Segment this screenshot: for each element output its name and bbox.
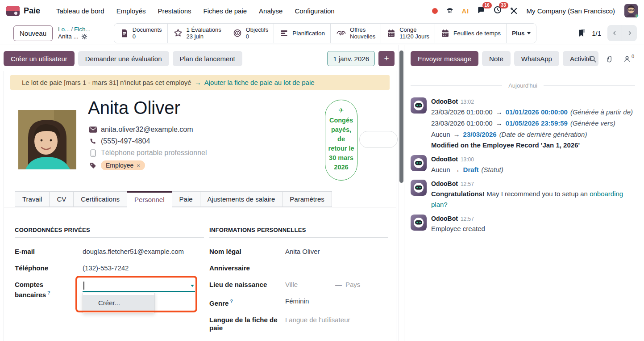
send-message-button[interactable]: Envoyer message — [411, 51, 478, 66]
message-body: Employee created — [431, 223, 635, 234]
private-phone-value[interactable]: (132)-553-7242 — [83, 264, 129, 272]
company-switcher[interactable]: My Company (San Francisco) — [527, 7, 615, 15]
odoobot-avatar[interactable] — [411, 155, 427, 171]
form-sheet: Le lot de paie [mars 1 - mars 31] n'incl… — [4, 71, 396, 341]
stat-planning[interactable]: Planification — [274, 24, 331, 43]
status-plane-icon: ✈ — [635, 13, 639, 19]
whatsapp-button[interactable]: WhatsApp — [514, 51, 559, 66]
remove-tag-icon[interactable]: × — [137, 162, 140, 169]
gear-icon[interactable] — [81, 34, 87, 40]
tools-icon[interactable] — [510, 7, 518, 15]
odoo-payroll-app: Paie Tableau de bord Employés Prestation… — [0, 0, 644, 341]
add-version-button[interactable]: + — [378, 51, 395, 66]
pager-next-button[interactable] — [622, 25, 637, 41]
voip-phone-icon[interactable] — [445, 6, 454, 15]
app-name[interactable]: Paie — [24, 6, 40, 16]
tab-cv[interactable]: CV — [49, 191, 73, 207]
message: OdooBot12:57 Congratulations! May I reco… — [411, 177, 635, 212]
help-icon[interactable]: ? — [47, 290, 50, 295]
employee-name[interactable]: Anita Oliver — [88, 98, 180, 118]
calendar-icon — [386, 29, 396, 38]
new-button[interactable]: Nouveau — [13, 25, 53, 41]
search-messages-icon[interactable] — [589, 55, 597, 63]
create-user-button[interactable]: Créer un utilisateur — [4, 51, 75, 66]
envelope-icon — [89, 126, 97, 133]
menu-benefits[interactable]: Prestations — [158, 7, 191, 15]
stat-timesheets[interactable]: Feuilles de temps — [435, 24, 507, 43]
tab-parametres[interactable]: Paramètres — [282, 191, 332, 207]
bookmark-icon[interactable] — [578, 29, 586, 38]
tab-ajustements[interactable]: Ajustements de salaire — [200, 191, 283, 207]
stat-offers[interactable]: OffresNouvelles — [331, 24, 381, 43]
version-date[interactable]: 1 janv. 2026 — [327, 51, 375, 66]
field-private-email: E-mail douglas.fletcher51@example.com — [15, 248, 204, 256]
mobile-icon — [89, 149, 97, 157]
handshake-icon — [336, 28, 346, 38]
pager-previous-button[interactable] — [607, 25, 622, 41]
menu-analysis[interactable]: Analyse — [259, 7, 283, 15]
ai-icon[interactable]: AI — [462, 7, 469, 15]
menu-employees[interactable]: Employés — [116, 7, 146, 15]
employee-tag[interactable]: Employee × — [101, 160, 145, 170]
work-phone-row[interactable]: (555)-497-4804 — [89, 137, 207, 145]
odoobot-avatar[interactable] — [411, 180, 427, 196]
tab-paie[interactable]: Paie — [172, 191, 200, 207]
message: OdooBot12:57 Employee created — [411, 212, 635, 236]
request-appraisal-button[interactable]: Demander une évaluation — [78, 51, 169, 66]
messages-tray[interactable]: 16 — [477, 5, 486, 16]
employee-photo[interactable] — [18, 110, 76, 169]
menu-dashboard[interactable]: Tableau de bord — [56, 7, 104, 15]
stat-timeoff[interactable]: Congé11/20 Jours — [381, 24, 435, 43]
breadcrumb-current: Anita ... — [58, 33, 79, 40]
section-private-contact: COORDONNÉES PRIVÉES E-mail douglas.fletc… — [15, 208, 204, 341]
payrun-warning-banner: Le lot de paie [mars 1 - mars 31] n'incl… — [10, 75, 390, 90]
payslip-language-value[interactable]: Langue de l'utilisateur — [285, 316, 350, 332]
birthplace-country-input[interactable]: Pays — [345, 281, 360, 288]
add-payslip-to-run-link[interactable]: Ajouter la fiche de paie au lot de paie — [204, 79, 315, 86]
stat-more-dropdown[interactable]: Plus — [507, 24, 536, 43]
private-email-value[interactable]: douglas.fletcher51@example.com — [83, 248, 184, 256]
dropdown-caret-icon[interactable] — [191, 285, 194, 287]
form-panel: Créer un utilisateur Demander une évalua… — [0, 45, 405, 341]
vertical-scrollbar[interactable] — [399, 45, 404, 341]
scrollbar-thumb[interactable] — [399, 51, 403, 183]
birthplace-city-input[interactable]: Ville — [285, 281, 335, 289]
systray: AI 16 33 My Company (San Francisco) ✈ — [432, 4, 638, 17]
stat-goals[interactable]: Objectifs0 — [227, 24, 274, 43]
message-author[interactable]: OdooBot — [431, 180, 458, 187]
gender-value[interactable]: Féminin — [285, 297, 309, 307]
user-avatar[interactable]: ✈ — [624, 4, 638, 17]
followers-icon[interactable]: 0 — [623, 55, 634, 63]
message: OdooBot13:02 23/03/2026 01:00:00→01/01/2… — [411, 95, 635, 153]
launch-plan-button[interactable]: Plan de lancement — [173, 51, 242, 66]
dropdown-create-option[interactable]: Créer... — [83, 295, 154, 311]
stat-appraisals[interactable]: 1 Évaluations23 juin — [168, 24, 227, 43]
mobile-phone-row[interactable]: Téléphone portable professionnel — [89, 149, 207, 157]
message-body: Congratulations! May I recommend you to … — [431, 189, 635, 210]
message-author[interactable]: OdooBot — [431, 98, 458, 105]
tab-certifications[interactable]: Certifications — [73, 191, 127, 207]
message-author[interactable]: OdooBot — [431, 156, 458, 163]
breadcrumb-link-1[interactable]: Lo... — [58, 26, 70, 33]
menu-configuration[interactable]: Configuration — [295, 7, 334, 15]
help-icon[interactable]: ? — [230, 299, 233, 304]
version-date-widget: 1 janv. 2026 + — [327, 51, 395, 66]
tracking-line: Aucun→Draft(Statut) — [431, 164, 635, 175]
activities-tray[interactable]: 33 — [493, 5, 502, 16]
work-email-row[interactable]: anita.oliver32@example.com — [89, 126, 207, 134]
payroll-app-icon[interactable] — [6, 6, 20, 16]
attachment-icon[interactable] — [606, 55, 614, 63]
legal-name-value[interactable]: Anita Oliver — [285, 248, 320, 256]
message-author[interactable]: OdooBot — [431, 215, 458, 222]
stat-documents[interactable]: Documents0 — [114, 24, 168, 43]
menu-payslips[interactable]: Fiches de paie — [204, 7, 247, 15]
message-time: 12:57 — [461, 216, 474, 222]
tab-travail[interactable]: Travail — [15, 191, 49, 207]
odoobot-avatar[interactable] — [411, 215, 427, 231]
bank-account-input[interactable] — [83, 281, 195, 292]
odoobot-avatar[interactable] — [411, 97, 427, 114]
breadcrumb-link-2[interactable]: Fich... — [74, 26, 91, 33]
log-note-button[interactable]: Note — [482, 51, 511, 66]
tab-personnel[interactable]: Personnel — [127, 191, 172, 207]
empty-pill-placeholder — [359, 131, 398, 148]
